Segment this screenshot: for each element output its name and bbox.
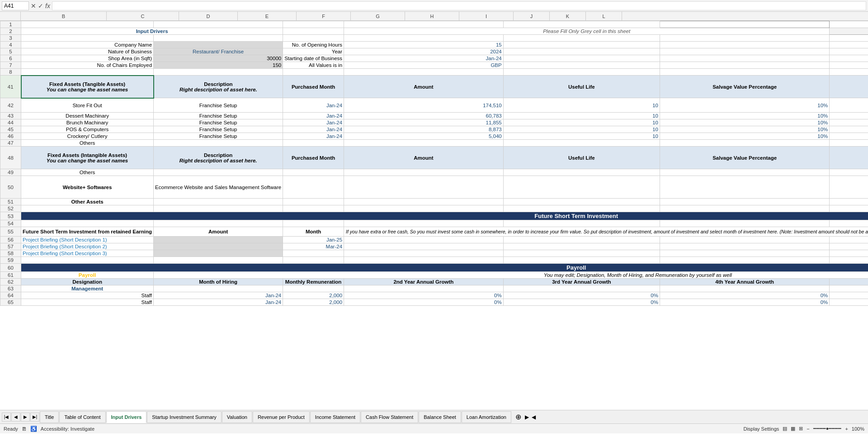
cell-h54[interactable] — [830, 220, 868, 227]
cell-b43[interactable]: Dessert Machinary — [21, 113, 154, 119]
cell-c4-company-input[interactable] — [154, 42, 283, 48]
cell-h57[interactable] — [830, 243, 868, 250]
cell-f4[interactable] — [503, 42, 660, 48]
tab-loan-amortization[interactable]: Loan Amortization — [462, 411, 511, 423]
cell-b58-project3[interactable]: Project Briefing (Short Description 3) — [21, 250, 154, 257]
tab-nav-first[interactable]: |◀ — [2, 413, 11, 422]
cell-c42-franchise[interactable]: Franchise Setup — [154, 98, 283, 113]
cell-f47[interactable] — [503, 140, 660, 147]
cell-e58[interactable] — [344, 250, 504, 257]
cell-b47-others[interactable]: Others — [21, 140, 154, 147]
cell-b50-website[interactable]: Website+ Softwares — [21, 176, 154, 199]
cell-h42-salvage[interactable]: 17,451 — [830, 98, 868, 113]
cell-b54[interactable] — [21, 220, 154, 227]
cell-f43[interactable]: 10 — [503, 113, 660, 119]
cell-c64-month[interactable]: Jan-24 — [154, 292, 283, 299]
cell-b41-tangible-header[interactable]: Fixed Assets (Tangible Assets)You can ch… — [21, 76, 154, 98]
page-break-icon[interactable]: ⊞ — [799, 426, 803, 432]
cell-g3[interactable] — [660, 35, 829, 42]
cell-d49[interactable] — [283, 169, 344, 176]
cell-d51[interactable] — [283, 199, 344, 205]
cell-e59[interactable] — [344, 257, 504, 264]
cell-e3[interactable] — [344, 35, 504, 42]
cell-b51[interactable]: Other Assets — [21, 199, 154, 205]
cell-b45[interactable]: POS & Computers — [21, 126, 154, 133]
cell-g8[interactable] — [660, 69, 829, 76]
cell-b8[interactable] — [21, 69, 154, 76]
page-icon[interactable]: 🖹 — [22, 426, 27, 432]
cell-h4[interactable] — [830, 42, 868, 48]
cell-g50[interactable] — [660, 176, 829, 199]
cell-e47[interactable] — [344, 140, 504, 147]
cell-g51[interactable] — [660, 199, 829, 205]
cell-reference-box[interactable] — [2, 1, 29, 10]
cell-f49[interactable] — [503, 169, 660, 176]
cell-b49[interactable]: Others — [21, 169, 154, 176]
accessibility-label[interactable]: Accessibility: Investigate — [41, 426, 94, 432]
cell-e7-currency-value[interactable]: GBP — [344, 62, 504, 69]
tab-input-drivers[interactable]: Input Drivers — [106, 411, 147, 423]
cell-d1[interactable] — [283, 21, 344, 28]
cell-c56-amount1[interactable] — [154, 237, 283, 243]
cell-e45[interactable]: 8,873 — [344, 126, 504, 133]
cell-d58[interactable] — [283, 250, 344, 257]
cell-f50[interactable] — [503, 176, 660, 199]
cell-e50[interactable] — [344, 176, 504, 199]
cell-e8[interactable] — [344, 69, 504, 76]
cell-f57[interactable] — [503, 243, 660, 250]
cell-c3[interactable] — [154, 35, 283, 42]
confirm-icon[interactable]: ✓ — [38, 2, 43, 10]
cell-f63[interactable] — [503, 285, 660, 292]
cell-c6-area-value[interactable]: 30000 — [154, 55, 283, 62]
cell-e51[interactable] — [344, 199, 504, 205]
cell-c52[interactable] — [154, 205, 283, 212]
cell-e42-amount[interactable]: 174,510 — [344, 98, 504, 113]
cell-b46[interactable]: Crockery/ Cutlery — [21, 133, 154, 140]
cell-b64-staff[interactable]: Staff — [21, 292, 154, 299]
cell-h51[interactable]: - — [830, 199, 868, 205]
cell-h46[interactable]: 504 — [830, 133, 868, 140]
tab-nav-prev[interactable]: ◀ — [11, 413, 20, 422]
cell-g52[interactable] — [660, 205, 829, 212]
cell-g65-4yr[interactable]: 0% — [660, 299, 829, 306]
cell-c49[interactable] — [154, 169, 283, 176]
cell-d44[interactable]: Jan-24 — [283, 119, 344, 126]
tab-nav-next[interactable]: ▶ — [21, 413, 30, 422]
cell-g44[interactable]: 10% — [660, 119, 829, 126]
cell-f6[interactable] — [503, 55, 660, 62]
col-header-i[interactable]: I — [459, 12, 514, 20]
cell-d45[interactable]: Jan-24 — [283, 126, 344, 133]
cell-d47[interactable] — [283, 140, 344, 147]
cell-h44[interactable]: 1,185.45 — [830, 119, 868, 126]
cell-g59[interactable] — [660, 257, 829, 264]
cell-g49[interactable] — [660, 169, 829, 176]
display-settings[interactable]: Display Settings — [743, 426, 779, 432]
cell-h56[interactable] — [830, 237, 868, 243]
cell-d50[interactable] — [283, 176, 344, 199]
cell-f7[interactable] — [503, 62, 660, 69]
cell-g43[interactable]: 10% — [660, 113, 829, 119]
cell-b44[interactable]: Brunch Machinary — [21, 119, 154, 126]
tab-table-of-content[interactable]: Table of Content — [59, 411, 105, 423]
cell-h1[interactable] — [830, 21, 868, 28]
scroll-right-icon[interactable]: ▶ — [524, 414, 530, 420]
cell-f58[interactable] — [503, 250, 660, 257]
cell-e4-hours-value[interactable]: 15 — [344, 42, 504, 48]
zoom-out-icon[interactable]: − — [807, 426, 809, 432]
cell-c47[interactable] — [154, 140, 283, 147]
cell-f46[interactable]: 10 — [503, 133, 660, 140]
cell-h58[interactable] — [830, 250, 868, 257]
cell-e57[interactable] — [344, 243, 504, 250]
cell-d46[interactable]: Jan-24 — [283, 133, 344, 140]
cell-d59[interactable] — [283, 257, 344, 264]
cell-h65-5yr[interactable]: 0% — [830, 299, 868, 306]
cancel-icon[interactable]: ✕ — [31, 2, 36, 10]
cell-c5-nature-value[interactable]: Restaurant/ Franchise — [154, 48, 283, 55]
cell-b1[interactable] — [21, 21, 154, 28]
cell-e43[interactable]: 60,783 — [344, 113, 504, 119]
cell-e1[interactable] — [344, 21, 504, 28]
cell-b59[interactable] — [21, 257, 154, 264]
cell-h63[interactable] — [830, 285, 868, 292]
cell-h6[interactable] — [830, 55, 868, 62]
add-sheet-icon[interactable]: ⊕ — [514, 413, 523, 421]
